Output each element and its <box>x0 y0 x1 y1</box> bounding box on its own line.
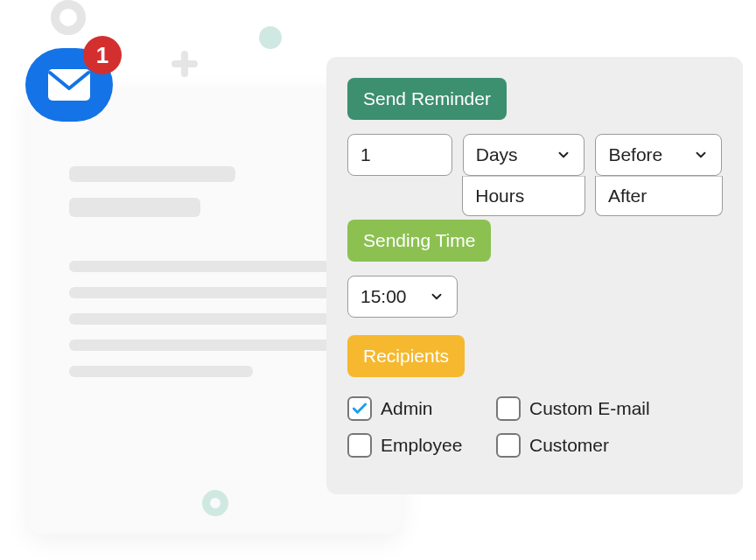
checkbox-employee[interactable] <box>347 433 372 458</box>
mail-notification-badge: 1 <box>25 48 113 122</box>
checkbox-customer[interactable] <box>496 433 521 458</box>
unit-select[interactable]: Days Hours <box>463 134 585 176</box>
doc-placeholder-line <box>69 198 200 217</box>
quantity-input[interactable]: 1 <box>347 134 452 176</box>
recipient-custom-email-label: Custom E-mail <box>529 398 650 419</box>
relative-select[interactable]: Before After <box>595 134 722 176</box>
recipient-admin[interactable]: Admin <box>347 396 487 421</box>
deco-circle-icon <box>259 26 282 49</box>
sending-time-heading: Sending Time <box>347 220 491 262</box>
deco-ring-icon <box>51 0 86 35</box>
recipient-custom-email[interactable]: Custom E-mail <box>496 396 722 421</box>
doc-placeholder-line <box>69 366 253 377</box>
doc-placeholder-line <box>69 340 360 351</box>
recipients-heading: Recipients <box>347 335 465 377</box>
doc-placeholder-line <box>69 287 360 298</box>
doc-placeholder-line <box>69 166 235 182</box>
deco-plus-icon <box>172 51 198 77</box>
relative-option-after[interactable]: After <box>595 176 723 216</box>
recipient-customer-label: Customer <box>529 435 609 456</box>
unit-option-hours[interactable]: Hours <box>462 176 585 216</box>
doc-placeholder-line <box>69 261 360 272</box>
relative-selected: Before <box>608 144 662 165</box>
notification-count-badge: 1 <box>83 36 122 74</box>
quantity-value: 1 <box>360 144 371 165</box>
send-reminder-heading: Send Reminder <box>347 78 507 120</box>
recipient-admin-label: Admin <box>381 398 433 419</box>
deco-ring-teal-icon <box>202 490 228 516</box>
mail-icon <box>46 67 92 102</box>
time-select[interactable]: 15:00 <box>347 276 458 318</box>
recipient-employee-label: Employee <box>381 435 462 456</box>
chevron-down-icon <box>556 147 571 163</box>
unit-selected: Days <box>476 144 518 165</box>
time-value: 15:00 <box>360 286 407 307</box>
recipient-employee[interactable]: Employee <box>347 433 487 458</box>
checkbox-admin[interactable] <box>347 396 372 421</box>
check-icon <box>351 400 368 417</box>
recipient-customer[interactable]: Customer <box>496 433 722 458</box>
reminder-config-panel: Send Reminder 1 Days Hours Before After … <box>326 57 743 494</box>
doc-placeholder-line <box>69 313 360 325</box>
chevron-down-icon <box>693 147 709 163</box>
svg-rect-0 <box>48 69 90 101</box>
checkbox-custom-email[interactable] <box>496 396 521 421</box>
chevron-down-icon <box>429 289 444 304</box>
